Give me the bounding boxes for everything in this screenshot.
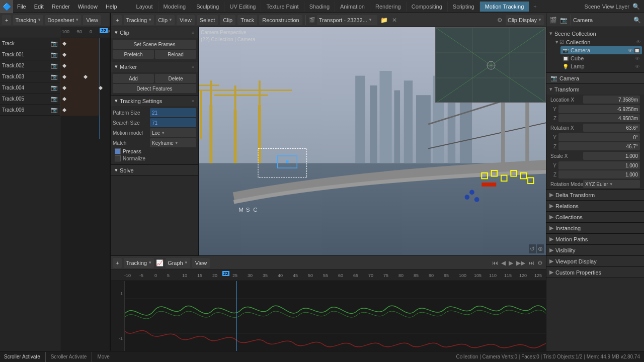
track-row-6[interactable]: Track.006 📷 — [0, 105, 60, 116]
transform-header[interactable]: ▾ Transform — [546, 84, 644, 95]
view-layer-selector[interactable]: View Layer — [602, 4, 629, 10]
location-x-value[interactable]: 7.3589m — [583, 96, 640, 104]
status-mid-text[interactable]: Scroller Activate — [51, 354, 87, 359]
mode-dropdown[interactable]: Tracking ▼ — [13, 15, 43, 25]
location-y-value[interactable]: -6.9258m — [558, 105, 640, 113]
ws-layout[interactable]: Layout — [131, 2, 158, 12]
graph-mode-dropdown[interactable]: Tracking ▼ — [124, 258, 154, 268]
scale-z-value[interactable]: 1.000 — [558, 170, 640, 178]
ws-compositing[interactable]: Compositing — [407, 2, 448, 12]
view-btn[interactable]: View — [83, 15, 101, 25]
track-row-3[interactable]: Track.003 📷 — [0, 71, 60, 82]
status-left-text[interactable]: Scroller Activate — [4, 354, 40, 359]
track-row-1[interactable]: Track.001 📷 — [0, 49, 60, 60]
menu-render[interactable]: Render — [48, 2, 74, 12]
location-z-value[interactable]: 4.9583m — [558, 114, 640, 122]
collection-item[interactable]: ▾ ☑ Collection 👁 — [554, 38, 642, 46]
track-keyframes[interactable] — [60, 38, 110, 351]
track-row-2[interactable]: Track.002 📷 — [0, 60, 60, 71]
lamp-vis-icon[interactable]: 👁 — [635, 64, 640, 69]
graph-add-btn[interactable]: + — [113, 258, 122, 268]
rotation-y-value[interactable]: 0° — [558, 133, 640, 141]
zoom-fit-btn[interactable]: ⊕ — [537, 244, 544, 253]
clip-view-btn[interactable]: View — [177, 15, 195, 25]
marker-options[interactable]: ≡ — [192, 64, 194, 69]
delta-transform-header[interactable]: ▶ Delta Transform — [546, 190, 644, 200]
clip-track-btn[interactable]: Track — [237, 15, 257, 25]
delete-marker-btn[interactable]: Delete — [155, 74, 196, 83]
graph-dropdown[interactable]: Graph ▼ — [166, 258, 190, 268]
match-dropdown[interactable]: Keyframe ▼ — [150, 138, 196, 147]
right-search-btn[interactable]: 🔍 — [632, 16, 642, 25]
scale-y-value[interactable]: 1.000 — [558, 161, 640, 169]
clip-display-dropdown[interactable]: Clip Display ▼ — [506, 15, 544, 25]
main-viewport[interactable]: M S C Camera Perspective (22) Collection… — [199, 27, 546, 255]
normalize-checkbox[interactable] — [115, 155, 121, 161]
clip-dropdown[interactable]: Clip ▼ — [156, 15, 175, 25]
graph-area[interactable]: 1 -1 — [111, 281, 546, 351]
clip-settings-btn[interactable]: ⚙ — [496, 16, 504, 25]
ws-rendering[interactable]: Rendering — [370, 2, 407, 12]
clip-section-header[interactable]: ▾ Clip ≡ — [111, 27, 198, 38]
ws-modeling[interactable]: Modeling — [158, 2, 192, 12]
clip-options[interactable]: ≡ — [192, 30, 194, 35]
graph-next-btn[interactable]: ▶▶ — [515, 258, 526, 267]
search-size-value[interactable]: 71 — [150, 118, 196, 127]
ws-shading[interactable]: Shading — [304, 2, 335, 12]
clip-menu-btn[interactable]: Clip — [220, 15, 235, 25]
reload-btn[interactable]: Reload — [155, 50, 196, 59]
camera-item[interactable]: 📷 Camera 👁 🔲 — [560, 46, 642, 54]
instancing-header[interactable]: ▶ Instancing — [546, 223, 644, 233]
ws-scripting[interactable]: Scripting — [448, 2, 480, 12]
graph-last-btn[interactable]: ⏭ — [527, 258, 535, 267]
add-workspace-button[interactable]: + — [529, 2, 540, 12]
menu-edit[interactable]: Edit — [30, 2, 48, 12]
relations-header[interactable]: ▶ Relations — [546, 201, 644, 211]
scene-selector[interactable]: Scene — [585, 4, 600, 10]
dopesheet-dropdown[interactable]: Dopesheet ▼ — [45, 15, 81, 25]
ws-animation[interactable]: Animation — [335, 2, 370, 12]
status-right-text[interactable]: Move — [97, 354, 109, 359]
menu-window[interactable]: Window — [74, 2, 102, 12]
cube-vis-icon[interactable]: 👁 — [635, 56, 640, 61]
rotation-mode-dropdown[interactable]: XYZ Euler ▼ — [583, 180, 640, 188]
graph-view-btn[interactable]: View — [192, 258, 210, 268]
visibility-header[interactable]: ▶ Visibility — [546, 245, 644, 255]
rotation-z-value[interactable]: 46.7° — [558, 142, 640, 150]
tracking-settings-header[interactable]: ▾ Tracking Settings ≡ — [111, 96, 198, 106]
clip-toolbar-add[interactable]: + — [113, 15, 122, 25]
tracking-options[interactable]: ≡ — [192, 99, 194, 104]
detect-features-btn[interactable]: Detect Features — [113, 84, 196, 93]
lamp-item[interactable]: 💡 Lamp 👁 — [560, 62, 642, 70]
ws-texture[interactable]: Texture Paint — [261, 2, 304, 12]
clip-mode-dropdown[interactable]: Tracking ▼ — [124, 15, 154, 25]
transport-dropdown[interactable]: Transport - 23232... ▼ — [317, 15, 377, 25]
prepass-checkbox[interactable] — [115, 148, 121, 154]
search-button[interactable]: 🔍 — [631, 2, 641, 11]
add-button[interactable]: + — [2, 15, 11, 25]
folder-btn[interactable]: 📁 — [379, 16, 389, 25]
motion-model-dropdown[interactable]: Loc ▼ — [150, 128, 196, 137]
marker-section-header[interactable]: ▾ Marker ≡ — [111, 61, 198, 72]
ws-sculpting[interactable]: Sculpting — [191, 2, 224, 12]
add-marker-btn[interactable]: Add — [113, 74, 154, 83]
pattern-size-value[interactable]: 21 — [150, 108, 196, 117]
track-row-4[interactable]: Track.004 📷 — [0, 82, 60, 94]
ws-motion-tracking[interactable]: Motion Tracking — [480, 2, 530, 12]
custom-properties-header[interactable]: ▶ Custom Properties — [546, 267, 644, 278]
cube-item[interactable]: 🔲 Cube 👁 — [560, 54, 642, 62]
viewport-display-header[interactable]: ▶ Viewport Display — [546, 256, 644, 266]
prefetch-btn[interactable]: Prefetch — [113, 50, 154, 59]
track-row-0[interactable]: Track 📷 — [0, 38, 60, 49]
scale-x-value[interactable]: 1.000 — [583, 152, 640, 160]
render-icon-btn[interactable]: 📷 — [559, 16, 569, 25]
ws-uv[interactable]: UV Editing — [224, 2, 261, 12]
collections-header[interactable]: ▶ Collections — [546, 212, 644, 222]
rotation-x-value[interactable]: 63.6° — [583, 124, 640, 132]
zoom-reset-btn[interactable]: ↺ — [529, 244, 536, 253]
scene-icon-btn[interactable]: 🎬 — [548, 16, 558, 25]
solve-header[interactable]: ▾ Solve — [111, 165, 198, 175]
eye-icon[interactable]: 👁 — [636, 39, 641, 45]
graph-prev-btn[interactable]: ◀ — [500, 258, 507, 267]
menu-file[interactable]: File — [13, 2, 30, 12]
